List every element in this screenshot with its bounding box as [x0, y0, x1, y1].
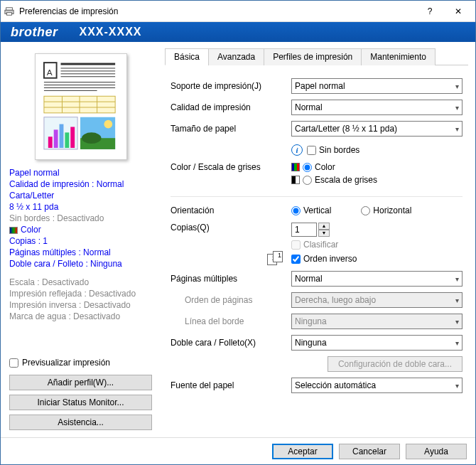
preview-checkbox-row[interactable]: Previsualizar impresión [9, 358, 152, 368]
close-icon: ✕ [455, 6, 462, 16]
multipage-select[interactable]: Normal▾ [291, 271, 463, 287]
color-radio-label: Color [315, 162, 335, 172]
window-title: Preferencias de impresión [19, 6, 416, 16]
basic-panel: Soporte de impresión(J) Papel normal▾ Ca… [161, 65, 468, 459]
svg-rect-2 [7, 12, 12, 15]
copies-input[interactable] [291, 223, 317, 237]
tab-basic[interactable]: Básica [165, 48, 209, 65]
borderless-label: Sin bordes [319, 145, 359, 155]
preview-checkbox[interactable] [9, 358, 18, 368]
chevron-down-icon: ▾ [455, 104, 459, 112]
papersize-select[interactable]: Carta/Letter (8 ½ x 11 pda)▾ [291, 121, 463, 137]
papersource-select[interactable]: Selección automática▾ [291, 378, 463, 393]
collate-checkbox [291, 240, 301, 250]
chevron-down-icon: ▾ [455, 125, 459, 133]
tab-strip: Básica Avanzada Perfiles de impresión Ma… [165, 48, 468, 65]
help-button[interactable]: ? [416, 1, 444, 21]
tab-profiles[interactable]: Perfiles de impresión [264, 48, 362, 65]
status-monitor-button[interactable]: Iniciar Status Monitor... [9, 395, 152, 410]
colormode-label: Color / Escala de grises [171, 162, 291, 172]
svg-rect-22 [53, 129, 58, 148]
help-dialog-button[interactable]: Ayuda [406, 444, 467, 459]
titlebar: Preferencias de impresión ? ✕ [1, 1, 475, 22]
duplex-select[interactable]: Ninguna▾ [291, 335, 463, 351]
svg-rect-21 [48, 137, 52, 148]
brand-bar: brother XXX-XXXX [1, 22, 475, 42]
grayscale-radio-label: Escala de grises [315, 175, 377, 185]
close-button[interactable]: ✕ [444, 1, 472, 21]
summary-scale: Escala : Desactivado [9, 277, 152, 288]
summary-mirror: Impresión reflejada : Desactivado [9, 288, 152, 299]
borderline-label: Línea del borde [171, 316, 291, 326]
spin-down-icon[interactable]: ▼ [318, 230, 330, 237]
quality-select[interactable]: Normal▾ [291, 100, 463, 115]
chevron-down-icon: ▾ [455, 318, 459, 326]
model-name: XXX-XXXX [80, 26, 142, 38]
copies-label: Copias(Q) [171, 223, 291, 232]
orientation-label: Orientación [171, 205, 291, 215]
summary-size: Carta/Letter [9, 190, 152, 201]
svg-rect-0 [6, 7, 13, 10]
summary-block: Papel normal Calidad de impresión : Norm… [9, 167, 152, 322]
print-preferences-window: Preferencias de impresión ? ✕ brother XX… [0, 0, 476, 465]
left-panel: A [1, 42, 161, 437]
summary-dim: 8 ½ x 11 pda [9, 201, 152, 213]
quality-label: Calidad de impresión [171, 102, 291, 112]
summary-media: Papel normal [9, 167, 152, 178]
duplex-label: Doble cara / Folleto(X) [171, 338, 291, 348]
summary-watermark: Marca de agua : Desactivado [9, 311, 152, 322]
question-icon: ? [428, 6, 433, 16]
info-icon[interactable]: i [291, 144, 303, 156]
tab-maintenance[interactable]: Mantenimiento [361, 48, 436, 65]
tab-advanced[interactable]: Avanzada [208, 48, 264, 65]
svg-rect-24 [65, 132, 69, 148]
papersource-label: Fuente del papel [171, 380, 291, 390]
color-radio[interactable] [303, 163, 312, 172]
add-profile-button[interactable]: Añadir perfil(W)... [9, 375, 152, 390]
printer-icon [4, 6, 15, 17]
media-label: Soporte de impresión(J) [171, 81, 291, 91]
borderless-checkbox[interactable] [307, 146, 316, 155]
orientation-horizontal[interactable]: Horizontal [361, 205, 411, 215]
orientation-vertical[interactable]: Vertical [291, 205, 331, 215]
summary-multi: Páginas múltiples : Normal [9, 247, 152, 258]
spin-up-icon[interactable]: ▲ [318, 223, 330, 230]
color-chip-icon [9, 227, 18, 234]
page-preview: A [35, 53, 127, 160]
svg-rect-25 [70, 127, 75, 147]
summary-quality: Calidad de impresión : Normal [9, 178, 152, 190]
collate-row: Clasificar [291, 240, 338, 250]
chevron-down-icon: ▾ [455, 382, 459, 390]
duplex-config-button: Configuración de doble cara... [328, 356, 463, 372]
right-panel: Básica Avanzada Perfiles de impresión Ma… [161, 42, 475, 437]
brand-logo: brother [11, 25, 58, 40]
svg-rect-23 [59, 124, 63, 148]
summary-copies: Copias : 1 [9, 235, 152, 247]
pageorder-select: Derecha, luego abajo▾ [291, 292, 463, 308]
svg-point-29 [81, 132, 101, 144]
chevron-down-icon: ▾ [455, 82, 459, 90]
content-area: A [1, 42, 475, 437]
papersize-label: Tamaño de papel [171, 124, 291, 134]
summary-color: Color [9, 224, 152, 235]
borderline-select: Ninguna▾ [291, 314, 463, 329]
reverse-order-row[interactable]: Orden inverso [291, 254, 357, 264]
color-swatch-icon [291, 163, 300, 171]
support-button[interactable]: Asistencia... [9, 415, 152, 430]
chevron-down-icon: ▾ [455, 296, 459, 304]
svg-text:A: A [46, 68, 52, 77]
summary-duplex: Doble cara / Folleto : Ninguna [9, 258, 152, 269]
borderless-row[interactable]: Sin bordes [307, 145, 359, 155]
media-select[interactable]: Papel normal▾ [291, 78, 463, 94]
copies-spinner[interactable]: ▲▼ [318, 223, 330, 237]
preview-checkbox-label: Previsualizar impresión [22, 358, 110, 368]
svg-point-28 [104, 120, 112, 129]
chevron-down-icon: ▾ [455, 275, 459, 283]
cancel-button[interactable]: Cancelar [339, 444, 400, 459]
grayscale-radio[interactable] [303, 176, 312, 185]
multipage-label: Páginas múltiples [171, 274, 291, 284]
summary-reverse: Impresión inversa : Desactivado [9, 299, 152, 311]
dialog-buttons: Aceptar Cancelar Ayuda [1, 437, 475, 464]
reverse-order-checkbox[interactable] [291, 255, 301, 264]
ok-button[interactable]: Aceptar [272, 444, 333, 459]
